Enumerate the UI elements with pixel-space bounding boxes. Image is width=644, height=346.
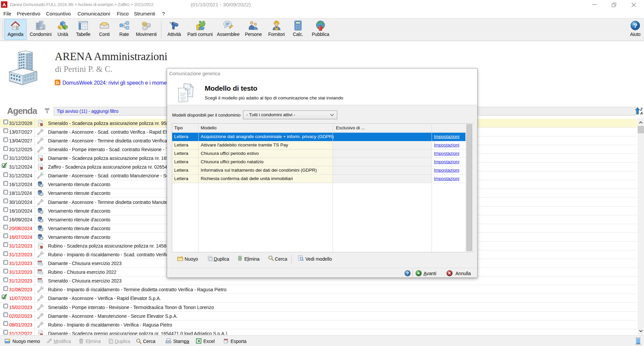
svg-text:A: A [640,111,643,115]
svg-text:Z: Z [640,107,643,111]
svg-text:?: ? [633,22,637,29]
svg-text:?: ? [406,271,409,276]
